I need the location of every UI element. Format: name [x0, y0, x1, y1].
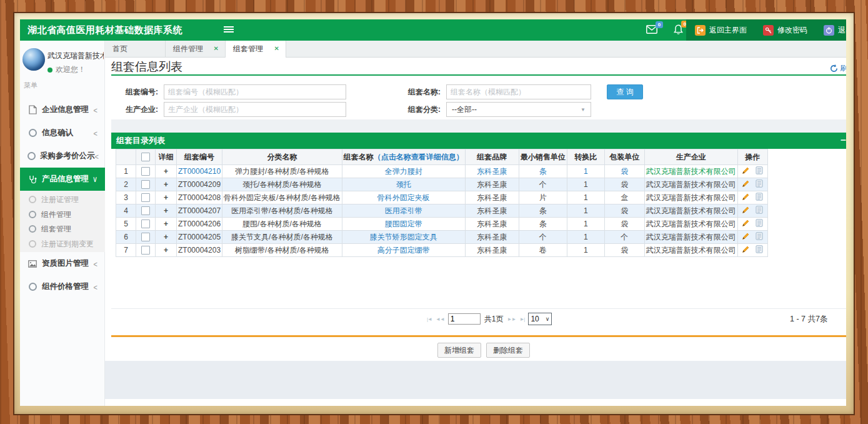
company-header: 生产企业 — [644, 149, 737, 165]
sidebar-item-set-mgmt[interactable]: 组套管理 — [20, 221, 105, 236]
set-name-link[interactable]: 高分子固定绷带 — [377, 246, 430, 255]
set-name-link[interactable]: 腰围固定带 — [385, 220, 422, 228]
page-number-input[interactable] — [448, 313, 481, 325]
manufacturer-input[interactable] — [164, 102, 346, 117]
expand-row-button[interactable]: + — [156, 165, 177, 178]
tab-label: 首页 — [112, 44, 127, 53]
set-name-cell: 骨科外固定夹板 — [342, 191, 465, 204]
row-checkbox[interactable] — [141, 233, 150, 241]
category-name: 腰围/各种材质/各种规格 — [222, 218, 342, 231]
prev-page-button[interactable]: ◄◄ — [436, 316, 444, 322]
tab-component-mgmt[interactable]: 组件管理 ✕ — [166, 41, 226, 58]
pagination-bar: |◄ ◄◄ 共1页 ►► ►| 10 ∨ 1 - 7 共7条 — [111, 308, 846, 328]
close-tab-icon[interactable]: ✕ — [214, 41, 219, 57]
last-page-button[interactable]: ►| — [519, 316, 524, 322]
set-category-select[interactable]: --全部-- ▼ — [446, 102, 591, 117]
ops-cell — [737, 204, 767, 218]
change-password-button[interactable]: 修改密码 — [763, 25, 807, 36]
chevron-down-icon: ∨ — [92, 174, 97, 184]
select-all-checkbox[interactable] — [141, 153, 150, 161]
document-icon[interactable] — [756, 166, 763, 176]
table-panel-header: 组套目录列表 – — [111, 133, 846, 149]
set-name-input[interactable] — [446, 84, 591, 99]
sidebar-item-registration-cert[interactable]: 注册证管理 — [20, 192, 105, 207]
bell-icon[interactable]: 0 — [674, 24, 683, 38]
conversion-ratio: 1 — [567, 165, 604, 178]
document-icon[interactable] — [756, 179, 763, 189]
edit-icon[interactable] — [742, 193, 750, 203]
dropdown-arrow-icon: ▼ — [581, 107, 586, 113]
set-name-link[interactable]: 医用牵引带 — [385, 206, 422, 215]
delete-set-button[interactable]: 删除组套 — [486, 343, 530, 358]
tab-home[interactable]: 首页 — [105, 41, 166, 58]
query-button[interactable]: 查 询 — [607, 84, 643, 99]
collapse-icon[interactable]: – — [841, 133, 846, 148]
document-icon[interactable] — [756, 193, 763, 203]
sidebar-item-product-info[interactable]: 产品信息管理 ∨ — [20, 168, 105, 191]
checkbox-cell — [136, 218, 156, 231]
sidebar-item-qualification-images[interactable]: 资质图片管理 < — [20, 252, 105, 275]
circle-icon — [27, 283, 37, 291]
sidebar-item-cert-expiry-change[interactable]: 注册证到期变更 — [20, 236, 105, 251]
ops-cell — [737, 178, 767, 191]
first-page-button[interactable]: |◄ — [427, 316, 432, 322]
document-icon[interactable] — [756, 219, 763, 229]
sidebar-item-label: 企业信息管理 — [42, 104, 94, 115]
expand-row-button[interactable]: + — [156, 204, 177, 218]
welcome-text: 欢迎您！ — [47, 64, 86, 75]
sidebar-item-label: 产品信息管理 — [42, 174, 92, 184]
add-set-button[interactable]: 新增组套 — [437, 343, 481, 358]
logout-button[interactable]: 退出 — [824, 25, 846, 36]
set-name-link[interactable]: 膝关节矫形固定支具 — [370, 233, 437, 241]
row-checkbox[interactable] — [141, 193, 150, 202]
set-name-link[interactable]: 颈托 — [396, 180, 411, 189]
close-tab-icon[interactable]: ✕ — [274, 41, 279, 57]
min-unit-header: 最小销售单位 — [519, 149, 567, 165]
edit-icon[interactable] — [742, 179, 750, 189]
next-page-button[interactable]: ►► — [507, 316, 516, 322]
sidebar-item-purchase-ref-price[interactable]: 采购参考价公示 < — [20, 144, 105, 168]
row-checkbox[interactable] — [141, 220, 150, 228]
chevron-left-icon: < — [94, 282, 97, 291]
expand-row-button[interactable]: + — [156, 178, 177, 191]
expand-row-button[interactable]: + — [156, 244, 177, 257]
mail-icon[interactable]: 0 — [646, 25, 657, 36]
row-checkbox[interactable] — [141, 246, 150, 255]
set-name-cell: 全弹力腰封 — [342, 165, 465, 178]
edit-icon[interactable] — [742, 232, 750, 242]
expand-row-button[interactable]: + — [156, 191, 177, 204]
row-checkbox[interactable] — [141, 167, 150, 176]
checkbox-cell — [136, 231, 156, 244]
sidebar-item-info-confirm[interactable]: 信息确认 < — [20, 121, 105, 144]
expand-row-button[interactable]: + — [156, 218, 177, 231]
refresh-button[interactable]: 刷新 — [830, 63, 846, 74]
return-main-button[interactable]: 返回主界面 — [695, 25, 747, 36]
ops-cell — [737, 165, 767, 178]
manufacturer: 武汉克瑞普新技术有限公司 — [644, 218, 737, 231]
row-checkbox[interactable] — [141, 206, 150, 215]
edit-icon[interactable] — [742, 206, 750, 216]
section-spacer — [111, 119, 846, 133]
sidebar-item-enterprise-info[interactable]: 企业信息管理 < — [20, 98, 105, 121]
edit-icon[interactable] — [742, 219, 750, 229]
document-icon[interactable] — [756, 206, 763, 216]
set-name-link[interactable]: 骨科外固定夹板 — [377, 193, 430, 202]
set-code-input[interactable] — [164, 84, 346, 99]
set-name-link[interactable]: 全弹力腰封 — [385, 167, 422, 176]
hamburger-menu-icon[interactable] — [224, 26, 234, 34]
row-number: 1 — [116, 165, 136, 178]
document-icon[interactable] — [756, 245, 763, 255]
min-sale-unit: 个 — [519, 178, 567, 191]
page-size-select[interactable]: 10 ∨ — [528, 313, 552, 325]
edit-icon[interactable] — [742, 245, 750, 255]
sidebar-item-component-mgmt[interactable]: 组件管理 — [20, 207, 105, 222]
table-row: 1 + ZT00004210 弹力腰封/各种材质/各种规格 全弹力腰封 东科圣康… — [116, 165, 768, 178]
set-name-label: 组套名称: — [403, 84, 441, 99]
document-icon[interactable] — [756, 232, 763, 242]
expand-row-button[interactable]: + — [156, 231, 177, 244]
sidebar-item-component-price[interactable]: 组件价格管理 < — [20, 275, 105, 298]
row-number-header — [116, 149, 136, 165]
row-checkbox[interactable] — [141, 180, 150, 189]
tab-set-mgmt[interactable]: 组套管理 ✕ — [226, 41, 286, 58]
edit-icon[interactable] — [742, 166, 750, 176]
